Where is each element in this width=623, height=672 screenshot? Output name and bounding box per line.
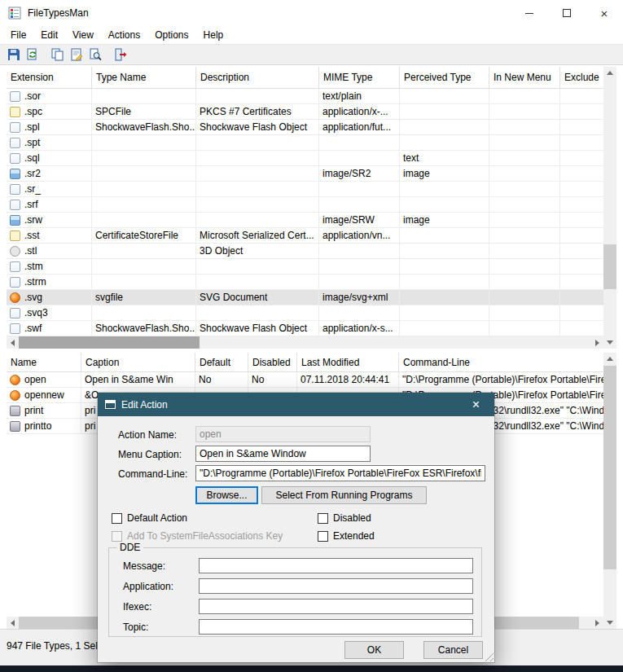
down-arrow-icon — [607, 340, 613, 345]
action-row[interactable]: open Open in S&ame Win No No 07.11.2018 … — [7, 372, 603, 388]
main-vertical-scrollbar-thumb[interactable] — [603, 244, 616, 289]
file-type-icon — [10, 277, 20, 288]
column-header-description[interactable]: Description — [196, 67, 319, 89]
extension-cell: .spl — [7, 120, 92, 135]
dde-application-input[interactable] — [199, 578, 473, 594]
column-header-disabled[interactable]: Disabled — [248, 353, 297, 372]
perceived-type-cell — [400, 104, 489, 120]
file-type-row[interactable]: .stl 3D Object — [7, 244, 603, 259]
file-type-row[interactable]: .spl ShockwaveFlash.Sho... Shockwave Fla… — [7, 120, 603, 135]
scroll-left-button[interactable] — [7, 336, 19, 349]
description-cell — [196, 182, 319, 197]
extension-cell: .srw — [7, 213, 92, 228]
menu-caption-input[interactable] — [195, 446, 371, 462]
type-name-cell — [92, 305, 196, 321]
action-name-input[interactable] — [195, 426, 371, 442]
mime-type-cell: image/SRW — [319, 213, 400, 228]
close-button[interactable]: × — [586, 0, 623, 26]
file-type-row[interactable]: .strm — [7, 275, 603, 290]
file-type-row[interactable]: .spt — [7, 135, 603, 151]
cancel-button[interactable]: Cancel — [423, 641, 483, 659]
type-name-cell — [92, 166, 196, 182]
refresh-button[interactable] — [24, 46, 42, 64]
extended-checkbox[interactable]: Extended — [318, 530, 375, 542]
maximize-button[interactable] — [548, 0, 586, 26]
properties-button[interactable] — [68, 46, 86, 64]
main-horizontal-scrollbar[interactable] — [7, 336, 603, 349]
command-line-input[interactable] — [195, 465, 485, 481]
default-action-checkbox[interactable]: Default Action — [112, 512, 187, 524]
column-header-caption[interactable]: Caption — [81, 353, 195, 372]
file-type-row[interactable]: .spc SPCFile PKCS #7 Certificates applic… — [7, 104, 603, 120]
checkbox-label: Add To SystemFileAssociations Key — [127, 530, 283, 542]
column-header-mime-type[interactable]: MIME Type — [319, 67, 400, 89]
dde-ifexec-input[interactable] — [199, 599, 473, 614]
menu-item[interactable]: View — [65, 27, 101, 43]
in-new-menu-cell — [489, 166, 560, 182]
select-from-running-programs-button[interactable]: Select From Running Programs — [261, 486, 427, 504]
column-header-perceived-type[interactable]: Perceived Type — [400, 67, 489, 89]
mime-type-cell: image/SR2 — [319, 166, 400, 182]
file-type-row[interactable]: .srf — [7, 197, 603, 213]
dde-topic-input[interactable] — [199, 619, 473, 635]
scroll-down-button[interactable] — [603, 336, 616, 349]
save-button[interactable] — [5, 46, 23, 64]
in-new-menu-cell — [489, 120, 560, 135]
dialog-close-button[interactable]: × — [458, 393, 494, 416]
extension-cell: .spc — [7, 104, 92, 120]
exit-button[interactable] — [112, 46, 129, 64]
browse-button[interactable]: Browse... — [195, 486, 258, 504]
in-new-menu-cell — [489, 259, 560, 275]
copy-button[interactable] — [49, 46, 67, 64]
column-header-exclude[interactable]: Exclude — [560, 67, 603, 89]
dialog-title-bar[interactable]: Edit Action × — [98, 393, 494, 416]
file-type-row[interactable]: .sst CertificateStoreFile Microsoft Seri… — [7, 228, 603, 244]
menu-item[interactable]: Actions — [101, 27, 147, 43]
file-type-row[interactable]: .sr2 image/SR2 image — [7, 166, 603, 182]
file-type-icon — [10, 122, 20, 133]
scroll-left-button[interactable] — [7, 617, 19, 629]
minimize-button[interactable] — [511, 0, 548, 26]
file-type-row[interactable]: .sql text — [7, 151, 603, 166]
dde-message-input[interactable] — [199, 558, 473, 573]
type-name-cell — [92, 151, 196, 166]
file-type-row[interactable]: .swf ShockwaveFlash.Sho... Shockwave Fla… — [7, 321, 603, 336]
disabled-checkbox[interactable]: Disabled — [318, 512, 371, 524]
ok-button[interactable]: OK — [344, 641, 404, 659]
actions-vertical-scrollbar[interactable] — [603, 353, 616, 629]
main-horizontal-scrollbar-thumb[interactable] — [19, 336, 200, 349]
action-icon — [10, 421, 20, 432]
action-caption-cell: Open in S&ame Win — [81, 372, 195, 388]
column-header-command-line[interactable]: Command-Line — [399, 353, 603, 372]
column-header-name[interactable]: Name — [7, 353, 81, 372]
extension-cell: .strm — [7, 275, 92, 290]
file-type-row[interactable]: .svg svgfile SVG Document image/svg+xml — [7, 290, 603, 305]
scroll-right-button[interactable] — [591, 336, 603, 349]
column-header-default[interactable]: Default — [195, 353, 248, 372]
menu-item[interactable]: Options — [147, 27, 195, 43]
extension-cell: .sr2 — [7, 166, 92, 182]
column-header-type-name[interactable]: Type Name — [92, 67, 196, 89]
in-new-menu-cell — [489, 275, 560, 290]
file-type-row[interactable]: .sr_ — [7, 182, 603, 197]
menu-item[interactable]: Edit — [33, 27, 65, 43]
file-type-row[interactable]: .stm — [7, 259, 603, 275]
left-arrow-icon — [11, 620, 15, 626]
scroll-right-button[interactable] — [591, 617, 603, 629]
file-type-row[interactable]: .srw image/SRW image — [7, 213, 603, 228]
file-type-row[interactable]: .sor text/plain — [7, 89, 603, 104]
main-vertical-scrollbar[interactable] — [603, 67, 616, 349]
find-button[interactable] — [86, 46, 104, 64]
menu-item[interactable]: Help — [196, 27, 231, 43]
actions-vertical-scrollbar-thumb[interactable] — [603, 366, 616, 569]
scroll-down-button[interactable] — [603, 617, 616, 629]
scroll-up-button[interactable] — [603, 67, 616, 79]
mime-type-cell: application/vn... — [319, 228, 400, 244]
column-header-extension[interactable]: Extension — [7, 67, 92, 89]
exclude-cell — [560, 305, 603, 321]
column-header-in-new-menu[interactable]: In New Menu — [489, 67, 560, 89]
scroll-up-button[interactable] — [603, 353, 616, 365]
file-type-row[interactable]: .svq3 — [7, 305, 603, 321]
column-header-last-modified[interactable]: Last Modified — [297, 353, 399, 372]
menu-item[interactable]: File — [3, 27, 33, 43]
